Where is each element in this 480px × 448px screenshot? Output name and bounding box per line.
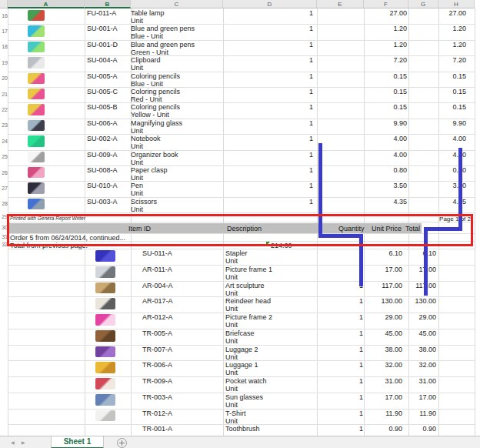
description-cell[interactable]: Briefcase (225, 329, 255, 337)
description-cell[interactable]: Notebook (131, 135, 161, 142)
unit-price-cell[interactable]: 0.15 (365, 103, 407, 111)
total-cell[interactable]: 9.90 (424, 119, 466, 127)
description-cell[interactable]: Pocket watch (225, 377, 267, 385)
quantity-cell[interactable]: 1 (332, 410, 363, 417)
item-id-cell[interactable]: SU-002-A (87, 135, 118, 142)
unit-price-cell[interactable]: 0.15 (365, 72, 407, 80)
description-cell[interactable]: Table lamp (131, 9, 165, 17)
item-id-cell[interactable]: SU-001-A (87, 25, 118, 32)
item-id-cell[interactable]: TR-012-A (142, 410, 172, 417)
description-cell[interactable]: Coloring pencils (131, 72, 180, 80)
description-cell[interactable]: Luggage 2 (225, 346, 258, 353)
item-id-cell[interactable]: SU-001-D (87, 41, 118, 48)
total-cell[interactable]: 32.00 (394, 361, 436, 369)
item-id-cell[interactable]: SU-011-A (142, 249, 172, 257)
red-annotation-box[interactable] (7, 214, 473, 246)
quantity-cell[interactable]: 1 (282, 103, 313, 111)
quantity-cell[interactable]: 1 (332, 329, 363, 337)
quantity-cell[interactable]: 1 (282, 72, 313, 80)
item-id-cell[interactable]: TR-006-A (142, 361, 172, 369)
description-cell[interactable]: Coloring pencils (131, 103, 180, 111)
unit-price-cell[interactable]: 4.00 (365, 151, 407, 159)
quantity-cell[interactable]: 1 (282, 88, 313, 95)
item-id-cell[interactable]: SU-010-A (87, 182, 118, 189)
variant-cell[interactable]: Unit (225, 257, 238, 265)
description-cell[interactable]: Organizer book (131, 151, 178, 159)
add-sheet-button[interactable] (117, 438, 127, 448)
quantity-cell[interactable]: 1 (332, 249, 363, 257)
quantity-cell[interactable]: 1 (282, 119, 313, 127)
quantity-cell[interactable]: 1 (332, 297, 363, 305)
total-cell[interactable]: 130.00 (394, 297, 436, 305)
variant-cell[interactable]: Unit (225, 289, 238, 297)
total-cell[interactable]: 11.90 (394, 410, 436, 417)
quantity-cell[interactable]: 1 (282, 41, 313, 48)
item-id-cell[interactable]: SU-008-A (87, 166, 118, 174)
variant-cell[interactable]: Unit (225, 273, 238, 281)
description-cell[interactable]: Blue and green pens (131, 41, 195, 48)
variant-cell[interactable]: Unit (225, 401, 238, 409)
quantity-cell[interactable]: 1 (332, 282, 363, 289)
quantity-cell[interactable]: 1 (332, 425, 363, 433)
quantity-cell[interactable]: 1 (332, 266, 363, 273)
item-id-cell[interactable]: TR-001-A (142, 425, 172, 433)
description-cell[interactable]: Art sculpture (225, 282, 265, 289)
item-id-cell[interactable]: SU-009-A (87, 151, 118, 159)
quantity-cell[interactable]: 1 (282, 135, 313, 142)
description-cell[interactable]: Blue and green pens (131, 25, 195, 32)
quantity-cell[interactable]: 1 (282, 9, 313, 17)
item-id-cell[interactable]: SU-005-C (87, 88, 118, 95)
item-id-cell[interactable]: SU-003-A (87, 198, 118, 206)
quantity-cell[interactable]: 1 (332, 313, 363, 321)
description-cell[interactable]: Reindeer head (225, 297, 271, 305)
total-cell[interactable]: 6.10 (394, 249, 436, 257)
item-id-cell[interactable]: TR-005-A (142, 329, 172, 337)
unit-price-cell[interactable]: 9.90 (365, 119, 407, 127)
unit-price-cell[interactable]: 27.00 (365, 9, 407, 17)
unit-price-cell[interactable]: 1.20 (365, 25, 407, 32)
item-id-cell[interactable]: SU-005-A (87, 72, 118, 80)
item-id-cell[interactable]: SU-004-A (87, 56, 118, 64)
description-cell[interactable]: Luggage 1 (225, 361, 258, 369)
item-id-cell[interactable]: SU-006-A (87, 119, 118, 127)
total-cell[interactable]: 0.15 (424, 88, 466, 95)
unit-price-cell[interactable]: 3.50 (365, 182, 407, 189)
unit-price-cell[interactable]: 4.00 (365, 135, 407, 142)
variant-cell[interactable]: Unit (131, 206, 143, 213)
unit-price-cell[interactable]: 7.20 (365, 56, 407, 64)
description-cell[interactable]: Pen (131, 182, 143, 189)
variant-cell[interactable]: Unit (225, 385, 238, 393)
description-cell[interactable]: Sun glasses (225, 393, 263, 401)
item-id-cell[interactable]: FU-011-A (87, 9, 116, 17)
total-cell[interactable]: 0.15 (424, 103, 466, 111)
description-cell[interactable]: Coloring pencils (131, 88, 180, 95)
total-cell[interactable]: 17.00 (394, 393, 436, 401)
total-cell[interactable]: 29.00 (394, 313, 436, 321)
quantity-cell[interactable]: 1 (282, 182, 313, 189)
quantity-cell[interactable]: 1 (332, 393, 363, 401)
unit-price-cell[interactable]: 0.15 (365, 88, 407, 95)
item-id-cell[interactable]: SU-005-B (87, 103, 118, 111)
variant-cell[interactable]: Unit (225, 417, 238, 425)
description-cell[interactable]: Stapler (225, 249, 248, 257)
total-cell[interactable]: 7.20 (424, 56, 466, 64)
quantity-cell[interactable]: 1 (282, 151, 313, 159)
variant-cell[interactable]: Unit (225, 305, 238, 313)
variant-cell[interactable]: Unit (225, 369, 238, 376)
quantity-cell[interactable]: 1 (332, 377, 363, 385)
quantity-cell[interactable]: 1 (282, 166, 313, 174)
total-cell[interactable]: 45.00 (394, 329, 436, 337)
total-cell[interactable]: 27.00 (424, 9, 466, 17)
description-cell[interactable]: Picture frame 1 (225, 266, 272, 273)
total-cell[interactable]: 1.20 (424, 41, 466, 48)
description-cell[interactable]: Magnifying glass (131, 119, 182, 127)
item-id-cell[interactable]: AR-004-A (142, 282, 173, 289)
total-cell[interactable]: 17.00 (394, 266, 436, 273)
total-cell[interactable]: 31.00 (394, 377, 436, 385)
unit-price-cell[interactable]: 4.35 (365, 198, 407, 206)
quantity-cell[interactable]: 1 (282, 198, 313, 206)
item-id-cell[interactable]: TR-007-A (142, 346, 172, 353)
description-cell[interactable]: T-Shirt (225, 410, 246, 417)
description-cell[interactable]: Clipboard (131, 56, 161, 64)
item-id-cell[interactable]: AR-011-A (142, 266, 172, 273)
